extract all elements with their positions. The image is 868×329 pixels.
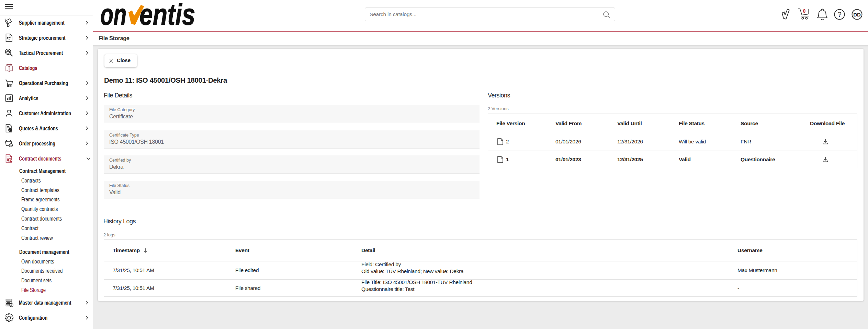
svg-text:?: ? bbox=[837, 11, 841, 18]
svg-text:entis: entis bbox=[139, 2, 195, 29]
svg-text:0: 0 bbox=[803, 8, 806, 14]
svg-text:§: § bbox=[9, 159, 11, 162]
svg-text:on: on bbox=[100, 2, 127, 29]
svg-text:DD: DD bbox=[853, 12, 861, 17]
